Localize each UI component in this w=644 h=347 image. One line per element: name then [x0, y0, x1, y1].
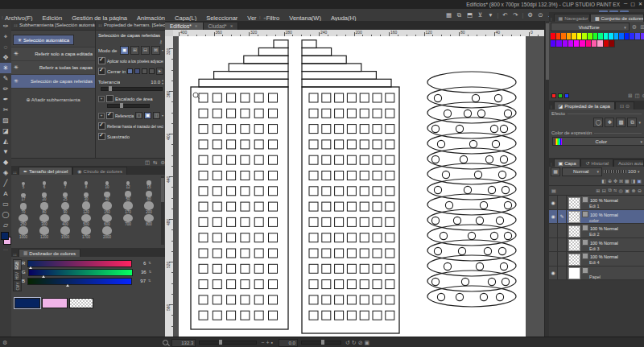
- stepper-icon[interactable]: ⇅: [148, 279, 151, 283]
- layer-thumbnail[interactable]: [568, 211, 580, 223]
- brush-size-cell[interactable]: 1700: [76, 226, 97, 239]
- tab-brush-size[interactable]: ✒Tamaño del pincel: [19, 167, 72, 175]
- dock-collapse-handle[interactable]: ⁞ « ‹: [259, 15, 271, 20]
- pencil-tool-icon[interactable]: ✏: [0, 84, 11, 94]
- palette-swatch[interactable]: [641, 33, 644, 40]
- chevron-down-icon[interactable]: ▾: [162, 114, 163, 118]
- footer-icon[interactable]: ◫: [145, 159, 150, 165]
- color-group-tab-hsv[interactable]: HSV: [13, 270, 22, 281]
- brush-size-cell[interactable]: 7: [55, 176, 76, 189]
- eraser-tool-icon[interactable]: ◪: [0, 126, 11, 136]
- brush-size-cell[interactable]: 400: [55, 214, 76, 227]
- tolerance-value[interactable]: 10.0: [151, 80, 160, 85]
- slider-thumb[interactable]: [219, 340, 222, 345]
- chevron-down-icon[interactable]: ▾: [162, 49, 163, 52]
- color-swatch-pair[interactable]: [1, 232, 10, 245]
- expression-color-select[interactable]: Color ▾: [552, 137, 644, 146]
- expander-icon[interactable]: +: [98, 96, 105, 102]
- subtool-panel-header[interactable]: ⚏Subherramienta [Selección automática]: [11, 21, 95, 31]
- layer-command-icon[interactable]: ⧉: [608, 188, 611, 193]
- chevron-down-icon[interactable]: ▾: [638, 169, 640, 174]
- slider-thumb[interactable]: [109, 86, 112, 91]
- blend-mode-select[interactable]: Normal▾: [562, 167, 602, 176]
- checkbox[interactable]: [106, 112, 114, 119]
- zoom-slider[interactable]: [199, 341, 257, 345]
- brush-size-cell[interactable]: 1000: [13, 226, 34, 239]
- tool-property-header[interactable]: ⚏Propiedad de herram. [Selección de cap.…: [96, 21, 166, 31]
- brush-size-cell[interactable]: 150: [97, 201, 118, 214]
- gap-size-swatch[interactable]: [142, 68, 147, 74]
- footer-icon[interactable]: ⇆: [153, 159, 157, 165]
- layer-row[interactable]: ◉Papel: [549, 266, 644, 281]
- rotate-right-icon[interactable]: ↻: [352, 340, 357, 346]
- minimize-button[interactable]: ─: [624, 1, 627, 6]
- expand-right-button[interactable]: ▸: [156, 68, 163, 75]
- eye-icon[interactable]: ◉: [549, 266, 558, 280]
- zoom-in-icon[interactable]: +: [266, 340, 269, 345]
- palette-swatch[interactable]: [556, 40, 562, 48]
- brush-size-cell[interactable]: 5: [13, 176, 34, 189]
- channel-slider[interactable]: [28, 269, 133, 276]
- layer-command-icon[interactable]: ⊖: [638, 188, 642, 193]
- color-group-tab-cmy[interactable]: CMY: [13, 280, 22, 291]
- gap-size-swatch[interactable]: [134, 68, 140, 74]
- adjacent-pixels-row[interactable]: Aplicar solo a los píxeles adyacentes: [96, 56, 166, 66]
- lock-icon[interactable]: ⚷: [96, 39, 166, 45]
- visibility-toggle-empty[interactable]: [549, 252, 558, 266]
- brush-size-cell[interactable]: 250: [13, 214, 34, 227]
- channel-slider[interactable]: [27, 278, 132, 285]
- brush-size-cell[interactable]: 200: [138, 201, 159, 214]
- rotate-left-icon[interactable]: ↺: [345, 340, 350, 346]
- brush-size-cell[interactable]: 170: [118, 201, 138, 214]
- palette-settings-icon[interactable]: ⚙: [632, 24, 637, 31]
- redo-icon[interactable]: ↷: [511, 10, 520, 19]
- figure-tool-icon[interactable]: ◈: [0, 167, 11, 178]
- slider-thumb[interactable]: [120, 103, 123, 108]
- brush-size-cell[interactable]: 2000: [97, 226, 118, 239]
- pan-tool-icon[interactable]: ✥: [0, 52, 11, 63]
- side-tab-icon[interactable]: ⊡: [620, 103, 624, 109]
- layer-lock-icon[interactable]: ⊠: [619, 178, 623, 184]
- snap-icon[interactable]: ⊙: [536, 10, 545, 19]
- effect-button[interactable]: ⧉: [627, 118, 637, 127]
- layer-command-icon[interactable]: ⊟: [602, 188, 606, 193]
- tab-side-icons[interactable]: ⊡⊙: [615, 101, 634, 109]
- blend-tool-icon[interactable]: ◭: [0, 136, 11, 147]
- correct-line-tool-icon[interactable]: ▱: [0, 220, 11, 230]
- brush-size-cell[interactable]: 1200: [34, 226, 55, 239]
- brush-tool-icon[interactable]: ✒: [0, 94, 11, 105]
- palette-swatch[interactable]: [586, 40, 592, 48]
- subtool-item-0[interactable]: ✳Referir solo a capa editada: [11, 48, 95, 61]
- auto-select-tool-icon[interactable]: ✳: [0, 63, 11, 73]
- tolerance-slider[interactable]: [101, 87, 163, 91]
- export-icon[interactable]: ⊻: [476, 10, 485, 19]
- new-document-icon[interactable]: ⧉: [455, 10, 464, 19]
- layer-thumbnail[interactable]: [568, 239, 580, 251]
- tab-color-wheel[interactable]: ◉Círculo de colores: [72, 167, 127, 175]
- dock-collapse-handle[interactable]: ⁞ « ‹: [2, 15, 14, 20]
- rotation-value[interactable]: 0.0: [279, 339, 298, 347]
- workspace-gear-icon[interactable]: ⚙: [2, 340, 7, 346]
- checkbox[interactable]: [98, 68, 105, 75]
- toolstrip-more-icon[interactable]: ⋯: [0, 246, 11, 252]
- palette-footer-icon[interactable]: ◫: [634, 93, 639, 99]
- brush-size-cell[interactable]: 20: [34, 189, 55, 202]
- layer-row[interactable]: ◉✎100 % Normalcolor: [549, 210, 644, 225]
- antialias-row[interactable]: Suavizado: [96, 131, 166, 142]
- text-tool-icon[interactable]: A: [0, 188, 11, 199]
- brush-size-cell[interactable]: 500: [76, 214, 97, 227]
- mode-new-button[interactable]: ▣: [120, 46, 129, 55]
- checkbox[interactable]: [98, 57, 105, 64]
- expander-icon[interactable]: +: [98, 113, 105, 119]
- color-chip[interactable]: [558, 93, 563, 98]
- layer-lock-icon[interactable]: ✥: [613, 178, 617, 184]
- layer-lock-icon[interactable]: ◧: [601, 178, 606, 184]
- stepper-icon[interactable]: ▴▾: [162, 79, 163, 85]
- brush-size-cell[interactable]: 50: [118, 189, 138, 202]
- tab-layers[interactable]: ▣Capa: [554, 159, 581, 167]
- tab-navigator[interactable]: ▦Navegador: [554, 14, 590, 22]
- area-scaling-row[interactable]: + Escalado de área: [96, 93, 166, 104]
- canvas-viewport[interactable]: [173, 36, 544, 337]
- brush-size-cell[interactable]: 8: [76, 176, 97, 189]
- palette-swatch[interactable]: [551, 40, 556, 48]
